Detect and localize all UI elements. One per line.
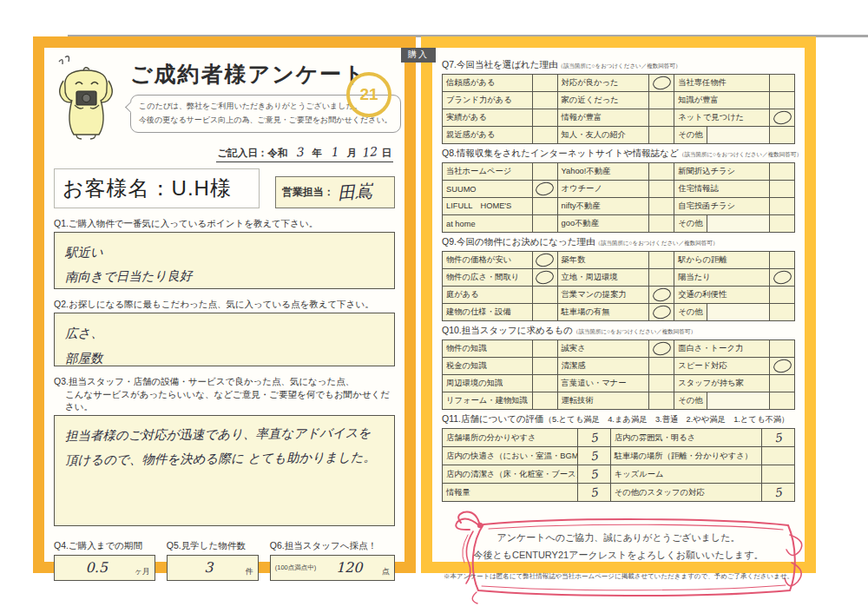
- answer-mark-cell: [770, 163, 795, 181]
- option-label: その他: [674, 304, 770, 321]
- other-option-label: その他: [674, 392, 707, 409]
- option-label: オウチーノ: [558, 181, 650, 198]
- score-handwritten: 5: [589, 430, 599, 445]
- q10-option-table: 物件の知識誠実さ面白さ・トーク力税金の知識清潔感スピード対応周辺環境の知識言葉遣…: [442, 339, 795, 410]
- answer-mark-cell: [533, 109, 558, 127]
- q5-answer-box: 3 件: [167, 555, 259, 581]
- q11-rating-table: 店舗場所の分かりやすさ5店内の雰囲気・明るさ5店内の快適さ（におい・室温・BGM…: [442, 428, 795, 502]
- option-label: 対応が良かった: [558, 75, 650, 92]
- q8-title-text: Q8.情報収集をされたインターネットサイトや情報誌など: [442, 148, 679, 158]
- q11-title-text: Q11.店舗についての評価: [442, 413, 544, 424]
- option-label: nifty不動産: [558, 198, 650, 215]
- q5-value-handwritten: 3: [172, 559, 246, 576]
- other-option-label: その他: [674, 215, 707, 232]
- q9-title-text: Q9.今回の物件にお決めになった理由: [442, 236, 595, 247]
- q3-answer-box: 担当者様のご対応が迅速であり、率直なアドバイスを 頂けるので、物件を決める際に …: [54, 415, 395, 526]
- survey-right-page: Q7.今回当社を選ばれた理由（該当箇所に○をおつけください／複数回答可） 信頼感…: [421, 36, 816, 573]
- answer-mark-cell: [533, 198, 558, 215]
- other-writein-area: [707, 304, 769, 320]
- answer-mark-cell: [770, 75, 795, 92]
- date-day-handwritten: 12: [359, 144, 380, 160]
- q1-label: Q1.ご購入物件で一番気に入っているポイントを教えて下さい。: [54, 217, 395, 229]
- q6-scale-note: (100点満点中): [275, 564, 317, 572]
- greeting-line-2: 今後の更なるサービス向上の為、ご意見・ご要望をお聞かせください。: [139, 114, 392, 128]
- answer-mark-cell: [533, 287, 558, 304]
- q6-value-handwritten: 120: [316, 559, 382, 576]
- q7-title-text: Q7.今回当社を選ばれた理由: [442, 59, 557, 69]
- option-label: at home: [443, 215, 533, 233]
- option-label: LIFULL HOME'S: [443, 198, 533, 215]
- footer-disclaimer-note: ※本アンケートは匿名にて弊社情報誌や当社ホームページに掲載させていただきますので…: [442, 572, 795, 581]
- fill-date-row: ご記入日：令和 3 年 1 月 12 日: [54, 144, 395, 162]
- option-label: 実績がある: [443, 109, 533, 127]
- option-label: goo不動産: [558, 215, 650, 233]
- option-label: 運転技術: [558, 392, 650, 410]
- name-row: お客様名：U.H様 営業担当： 田嶌: [54, 168, 395, 208]
- score-handwritten: 5: [773, 430, 783, 445]
- option-label: その他のスタッフの対応: [611, 484, 762, 502]
- answer-mark-cell: [770, 198, 795, 215]
- circle-mark-icon: [772, 109, 792, 126]
- option-label: 店舗場所の分かりやすさ: [443, 429, 578, 447]
- q11-scale-legend: （5.とても満足 4.まあ満足 3.普通 2.やや満足 1.とても不満）: [544, 415, 790, 424]
- answer-mark-cell: [770, 340, 795, 358]
- answer-mark-cell: [649, 92, 674, 109]
- answer-mark-cell: 5: [762, 484, 795, 502]
- q3-answer-line: 担当者様のご対応が迅速であり、率直なアドバイスを: [65, 420, 384, 448]
- option-label: 新聞折込チラシ: [674, 163, 770, 181]
- q6-unit-label: 点: [382, 566, 390, 580]
- option-label: 当社ホームページ: [443, 163, 533, 181]
- q1-answer-line: 駅近い: [65, 237, 384, 265]
- q4-block: Q4.ご購入までの期間 0.5 ヶ月: [54, 540, 155, 581]
- option-label: 物件の広さ・間取り: [443, 269, 533, 287]
- q4-label: Q4.ご購入までの期間: [54, 540, 155, 552]
- answer-mark-cell: [533, 215, 558, 233]
- date-month-unit: 月: [347, 148, 358, 158]
- option-label: 駅からの距離: [674, 252, 770, 269]
- circled-answer-cell: [649, 287, 674, 304]
- circled-answer-cell: [533, 181, 558, 198]
- q10-title: Q10.担当スタッフに求めるもの（該当箇所に○をおつけください／複数回答可）: [442, 325, 795, 337]
- q1-answer-line: 南向きで日当たり良好: [65, 262, 384, 290]
- circle-mark-icon: [535, 181, 556, 197]
- answer-mark-cell: [770, 215, 795, 233]
- option-label: その他: [674, 392, 770, 410]
- option-label: 店内の清潔さ（床・化粧室・ブース）: [443, 465, 578, 484]
- option-label: 情報量: [443, 484, 578, 502]
- answer-mark-cell: [649, 375, 674, 392]
- q4-q5-q6-row: Q4.ご購入までの期間 0.5 ヶ月 Q5.見学した物件数 3 件 Q6.担当ス…: [54, 540, 395, 581]
- option-label: スタッフが持ち家: [674, 375, 770, 392]
- circle-mark-icon: [535, 252, 556, 268]
- q7-title: Q7.今回当社を選ばれた理由（該当箇所に○をおつけください／複数回答可）: [442, 59, 795, 71]
- answer-mark-cell: [649, 269, 674, 287]
- circle-mark-icon: [651, 304, 672, 320]
- option-label: 建物の仕様・設備: [443, 304, 533, 321]
- other-writein-area: [707, 392, 769, 409]
- q6-answer-box: (100点満点中) 120 点: [270, 555, 395, 581]
- option-label: 築年数: [558, 252, 650, 269]
- q6-label: Q6.担当スタッフへ採点！: [270, 540, 395, 552]
- option-label: 立地・周辺環境: [558, 269, 650, 287]
- q5-label: Q5.見学した物件数: [167, 540, 259, 552]
- option-label: 店内の快適さ（におい・室温・BGM）: [443, 447, 578, 465]
- q6-block: Q6.担当スタッフへ採点！ (100点満点中) 120 点: [270, 540, 395, 581]
- option-label: 言葉遣い・マナー: [558, 375, 650, 392]
- q8-option-table: 当社ホームページYahoo!不動産新聞折込チラシSUUMOオウチーノ住宅情報誌L…: [442, 162, 795, 233]
- other-option-label: その他: [674, 127, 707, 143]
- score-handwritten: 5: [773, 484, 783, 499]
- answer-mark-cell: [649, 392, 674, 410]
- option-label: 物件の知識: [443, 340, 533, 358]
- circle-mark-icon: [651, 287, 672, 303]
- option-label: 自宅投函チラシ: [674, 198, 770, 215]
- q9-option-table: 物件の価格が安い築年数駅からの距離物件の広さ・間取り立地・周辺環境陽当たり庭があ…: [442, 251, 795, 321]
- option-label: 物件の価格が安い: [443, 252, 533, 269]
- answer-mark-cell: [770, 127, 795, 144]
- circled-answer-cell: [770, 269, 795, 287]
- answer-mark-cell: [649, 109, 674, 127]
- option-label: 庭がある: [443, 287, 533, 304]
- option-label: その他: [674, 215, 770, 233]
- answer-mark-cell: [533, 163, 558, 181]
- answer-mark-cell: 5: [762, 429, 795, 447]
- century21-logo: 21: [346, 72, 391, 117]
- answer-mark-cell: [533, 127, 558, 144]
